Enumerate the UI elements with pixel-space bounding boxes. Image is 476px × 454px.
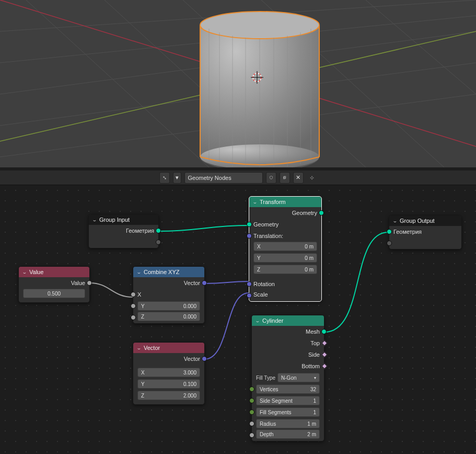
- socket-label: Geometry: [253, 221, 278, 228]
- socket-geometry-out[interactable]: [156, 228, 161, 233]
- node-title: Vector: [144, 345, 160, 351]
- socket-sideseg-in[interactable]: [249, 398, 254, 403]
- sideseg-field[interactable]: Side Segment1: [256, 396, 320, 405]
- socket-label: Geometry: [292, 210, 317, 216]
- node-group-output[interactable]: ⌄Group Output Геометрия: [389, 215, 462, 249]
- node-transform[interactable]: ⌄Transform Geometry Geometry Translation…: [249, 196, 322, 302]
- socket-vector-out[interactable]: [202, 280, 207, 286]
- socket-label: Vector: [184, 280, 200, 286]
- node-cylinder[interactable]: ⌄Cylinder Mesh Top Side Bottom Fill Type…: [251, 315, 324, 441]
- node-title: Cylinder: [262, 317, 283, 324]
- tx-field[interactable]: X0 m: [253, 242, 317, 251]
- node-editor[interactable]: ⌄Group Input Геометрия ⌄Value Value 0.50…: [0, 185, 476, 454]
- svg-rect-30: [283, 177, 285, 179]
- socket-depth-in[interactable]: [249, 433, 254, 438]
- socket-label: Side: [308, 351, 320, 358]
- socket-geo-in[interactable]: [387, 229, 392, 234]
- fillseg-field[interactable]: Fill Segments1: [256, 407, 320, 417]
- svg-line-9: [366, 0, 476, 94]
- node-title: Group Input: [99, 217, 130, 223]
- viewport-scene: [0, 0, 476, 167]
- socket-y-in[interactable]: [131, 303, 136, 309]
- socket-geo-out[interactable]: [319, 210, 324, 215]
- node-title: Combine XYZ: [144, 269, 179, 275]
- node-editor-header: ▾ Geometry Nodes ✕: [0, 171, 476, 185]
- x-field[interactable]: X3.000: [137, 368, 200, 377]
- node-tree-name-field[interactable]: Geometry Nodes: [184, 172, 263, 184]
- socket-vector-out[interactable]: [202, 356, 207, 361]
- y-field[interactable]: Y0.000: [137, 301, 200, 311]
- verts-field[interactable]: Vertices32: [256, 384, 320, 394]
- socket-label: Vector: [184, 356, 200, 362]
- fill-type-select[interactable]: N-Gon▾: [277, 373, 320, 382]
- depth-field[interactable]: Depth2 m: [256, 429, 320, 439]
- socket-label: Геометрия: [393, 229, 422, 235]
- socket-label: Top: [310, 340, 320, 346]
- viewport-3d[interactable]: [0, 0, 476, 167]
- radius-field[interactable]: Radius1 m: [256, 419, 320, 428]
- node-vector[interactable]: ⌄Vector Vector X3.000 Y0.100 Z2.000: [133, 342, 205, 405]
- socket-label: Translation:: [253, 233, 283, 239]
- socket-label: X: [137, 291, 141, 298]
- node-title: Value: [29, 269, 43, 275]
- socket-label: Bottom: [301, 363, 320, 369]
- svg-line-5: [26, 0, 209, 167]
- socket-x-in[interactable]: [131, 292, 136, 297]
- socket-rotation-in[interactable]: [247, 281, 252, 287]
- socket-mesh-out[interactable]: [321, 329, 327, 334]
- cylinder-object[interactable]: [200, 12, 319, 167]
- node-group-input[interactable]: ⌄Group Input Геометрия: [88, 214, 159, 248]
- node-title: Group Output: [400, 218, 435, 224]
- svg-rect-27: [163, 176, 164, 177]
- z-field[interactable]: Z0.000: [137, 312, 200, 321]
- socket-label: Scale: [253, 291, 268, 298]
- socket-z-in[interactable]: [131, 315, 136, 320]
- node-value[interactable]: ⌄Value Value 0.500: [18, 266, 90, 303]
- fill-type-label: Fill Type: [256, 375, 275, 381]
- chevron-down-icon[interactable]: ▾: [173, 172, 181, 184]
- svg-rect-31: [284, 176, 285, 178]
- socket-label: Геометрия: [126, 228, 154, 234]
- shield-icon[interactable]: [266, 172, 276, 184]
- node-tree-type-icon[interactable]: [159, 172, 170, 184]
- tz-field[interactable]: Z0 m: [253, 265, 317, 274]
- socket-empty-in[interactable]: [387, 241, 392, 246]
- socket-empty-out[interactable]: [156, 240, 161, 245]
- socket-label: Mesh: [306, 328, 320, 335]
- socket-radius-in[interactable]: [249, 421, 254, 426]
- socket-geo-in[interactable]: [247, 222, 252, 227]
- socket-fillseg-in[interactable]: [249, 410, 254, 415]
- z-field[interactable]: Z2.000: [137, 391, 200, 400]
- value-field[interactable]: 0.500: [23, 289, 85, 298]
- y-field[interactable]: Y0.100: [137, 379, 200, 389]
- socket-scale-in[interactable]: [247, 293, 252, 298]
- close-icon[interactable]: ✕: [293, 172, 304, 184]
- svg-point-13: [200, 12, 319, 39]
- node-title: Transform: [260, 199, 286, 205]
- copy-icon[interactable]: [280, 172, 290, 184]
- pin-icon[interactable]: [307, 172, 317, 184]
- ty-field[interactable]: Y0 m: [253, 253, 317, 263]
- node-combine-xyz[interactable]: ⌄Combine XYZ Vector X Y0.000 Z0.000: [133, 266, 205, 324]
- socket-label: Rotation: [253, 281, 275, 287]
- socket-verts-in[interactable]: [249, 387, 254, 392]
- socket-translation-in[interactable]: [247, 233, 252, 239]
- socket-value-out[interactable]: [87, 280, 92, 286]
- socket-label: Value: [71, 280, 85, 286]
